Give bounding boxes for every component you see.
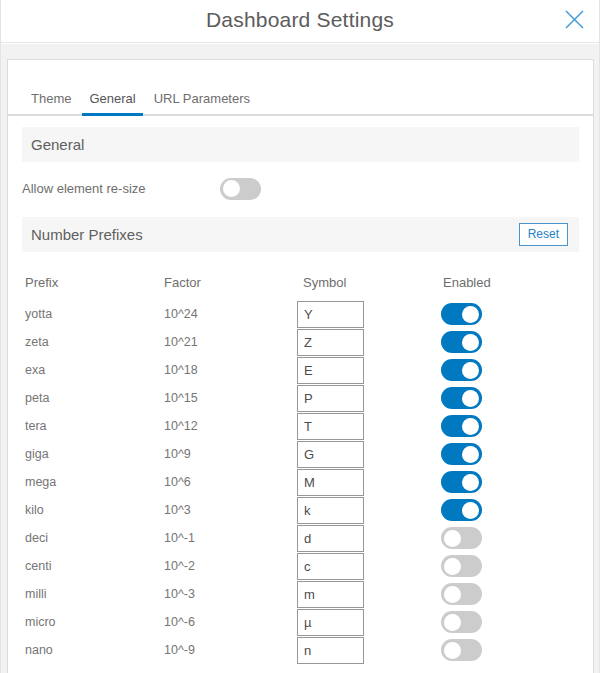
toggle-knob [462, 390, 479, 407]
factor-value: 10^15 [164, 391, 300, 405]
prefix-label: zeta [25, 335, 164, 349]
prefix-label: nano [25, 643, 164, 657]
toggle-knob [444, 530, 461, 547]
factor-value: 10^-1 [164, 531, 300, 545]
symbol-input[interactable] [297, 329, 364, 356]
prefix-table-row: mega 10^6 [22, 468, 579, 496]
toggle-knob [462, 502, 479, 519]
enabled-toggle[interactable] [441, 387, 482, 409]
close-button[interactable] [562, 7, 586, 31]
prefix-label: giga [25, 447, 164, 461]
enabled-toggle[interactable] [441, 331, 482, 353]
enabled-toggle[interactable] [441, 555, 482, 577]
dialog-title: Dashboard Settings [206, 8, 394, 32]
number-prefixes-heading: Number Prefixes [31, 226, 519, 243]
prefix-table-row: centi 10^-2 [22, 552, 579, 580]
settings-panel: Theme General URL Parameters General All… [7, 59, 594, 673]
prefix-label: micro [25, 615, 164, 629]
allow-resize-row: Allow element re-size [22, 177, 579, 200]
prefix-table-row: peta 10^15 [22, 384, 579, 412]
tabs-bar: Theme General URL Parameters [8, 85, 593, 116]
enabled-toggle[interactable] [441, 471, 482, 493]
symbol-input[interactable] [297, 301, 364, 328]
symbol-input[interactable] [297, 581, 364, 608]
enabled-toggle[interactable] [441, 583, 482, 605]
factor-value: 10^21 [164, 335, 300, 349]
toggle-knob [462, 446, 479, 463]
toggle-knob [444, 642, 461, 659]
toggle-knob [462, 418, 479, 435]
dialog-body: Theme General URL Parameters General All… [1, 44, 599, 673]
prefix-table-header: Prefix Factor Symbol Enabled [22, 275, 579, 290]
column-header-symbol: Symbol [300, 275, 440, 290]
prefix-label: mega [25, 475, 164, 489]
prefix-label: milli [25, 587, 164, 601]
column-header-enabled: Enabled [440, 275, 579, 290]
factor-value: 10^3 [164, 503, 300, 517]
enabled-toggle[interactable] [441, 499, 482, 521]
prefix-table-row: nano 10^-9 [22, 636, 579, 664]
symbol-input[interactable] [297, 525, 364, 552]
factor-value: 10^-2 [164, 559, 300, 573]
symbol-input[interactable] [297, 357, 364, 384]
prefix-table-row: yotta 10^24 [22, 300, 579, 328]
factor-value: 10^24 [164, 307, 300, 321]
symbol-input[interactable] [297, 385, 364, 412]
prefix-table-row: micro 10^-6 [22, 608, 579, 636]
prefix-label: peta [25, 391, 164, 405]
symbol-input[interactable] [297, 497, 364, 524]
prefix-table-row: deci 10^-1 [22, 524, 579, 552]
tab-general[interactable]: General [82, 85, 142, 116]
prefix-table-row: zeta 10^21 [22, 328, 579, 356]
symbol-input[interactable] [297, 413, 364, 440]
tab-theme[interactable]: Theme [24, 85, 78, 116]
enabled-toggle[interactable] [441, 303, 482, 325]
reset-button[interactable]: Reset [519, 223, 568, 246]
enabled-toggle[interactable] [441, 443, 482, 465]
symbol-input[interactable] [297, 469, 364, 496]
prefix-table-row: giga 10^9 [22, 440, 579, 468]
prefix-rows: yotta 10^24 zeta 10^21 exa 10^18 peta [22, 300, 579, 664]
toggle-knob [223, 180, 240, 197]
prefix-label: kilo [25, 503, 164, 517]
factor-value: 10^12 [164, 419, 300, 433]
factor-value: 10^-9 [164, 643, 300, 657]
toggle-knob [462, 306, 479, 323]
toggle-knob [462, 474, 479, 491]
prefix-label: tera [25, 419, 164, 433]
factor-value: 10^6 [164, 475, 300, 489]
enabled-toggle[interactable] [441, 527, 482, 549]
toggle-knob [462, 334, 479, 351]
factor-value: 10^18 [164, 363, 300, 377]
prefix-label: centi [25, 559, 164, 573]
allow-resize-label: Allow element re-size [22, 181, 220, 196]
close-icon [564, 9, 585, 30]
factor-value: 10^9 [164, 447, 300, 461]
toggle-knob [444, 614, 461, 631]
factor-value: 10^-3 [164, 587, 300, 601]
general-section-heading: General [31, 136, 568, 153]
enabled-toggle[interactable] [441, 359, 482, 381]
enabled-toggle[interactable] [441, 611, 482, 633]
enabled-toggle[interactable] [441, 639, 482, 661]
tab-url-parameters[interactable]: URL Parameters [147, 85, 257, 116]
toggle-knob [462, 362, 479, 379]
factor-value: 10^-6 [164, 615, 300, 629]
symbol-input[interactable] [297, 553, 364, 580]
prefix-table-row: milli 10^-3 [22, 580, 579, 608]
symbol-input[interactable] [297, 441, 364, 468]
column-header-prefix: Prefix [25, 275, 164, 290]
allow-resize-toggle[interactable] [220, 178, 261, 200]
symbol-input[interactable] [297, 637, 364, 664]
symbol-input[interactable] [297, 609, 364, 636]
enabled-toggle[interactable] [441, 415, 482, 437]
prefix-label: deci [25, 531, 164, 545]
general-section-header: General [22, 127, 579, 162]
dialog-header: Dashboard Settings [1, 0, 599, 43]
prefix-label: yotta [25, 307, 164, 321]
prefix-table-row: tera 10^12 [22, 412, 579, 440]
toggle-knob [444, 558, 461, 575]
panel-content: General Allow element re-size Number Pre… [8, 127, 593, 664]
prefix-label: exa [25, 363, 164, 377]
prefix-table-row: exa 10^18 [22, 356, 579, 384]
